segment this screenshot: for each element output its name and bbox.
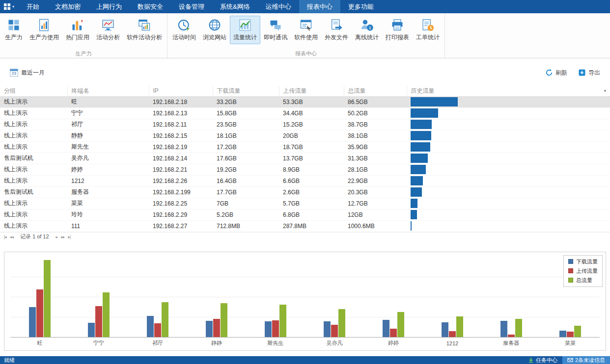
bar-total [103, 292, 110, 337]
ribbon-button-label: 工单统计 [416, 33, 440, 42]
app-logo-grid-icon [3, 3, 11, 10]
cell-upload: 18.7GB [279, 141, 344, 153]
table-row[interactable]: 线上演示宁宁192.168.2.1315.8GB34.4GB50.2GB [0, 107, 610, 119]
ribbon-button-outgoing-files[interactable]: 外发文件 [321, 16, 352, 44]
table-row[interactable]: 线上演示菜菜192.168.2.257GB5.7GB12.7GB [0, 198, 610, 209]
bar-upload [154, 323, 161, 337]
history-bar [411, 154, 428, 163]
pager-next-button-2[interactable]: ▸| [67, 234, 71, 239]
ribbon-button-active-time[interactable]: 活动时间 [169, 16, 199, 44]
table-row[interactable]: 线上演示玲玲192.168.2.295.2GB6.8GB12GB [0, 209, 610, 220]
cell-group: 售后测试机 [0, 153, 67, 164]
column-header-terminal[interactable]: 终端名 [67, 86, 149, 96]
cell-ip: 192.168.2.14 [149, 153, 213, 164]
ribbon-group-label: 生产力 [0, 50, 166, 58]
table-row[interactable]: 线上演示婷婷192.168.2.2119.2GB8.9GB28.1GB [0, 164, 610, 175]
menu-item-document-encryption[interactable]: 文档加密 [47, 0, 88, 13]
column-header-total[interactable]: 总流量 [344, 86, 407, 96]
task-center-button[interactable]: 任务中心 [523, 356, 562, 364]
filter-toolbar: 23 最近一月 刷新 导出 [0, 65, 610, 80]
table-row[interactable]: 售后测试机服务器192.168.2.19917.7GB2.6GB20.3GB [0, 186, 610, 198]
bar-upload [213, 319, 220, 337]
bar-total [515, 319, 522, 337]
cell-total: 38.7GB [344, 119, 407, 130]
history-bar [411, 165, 426, 174]
ribbon-button-software-activity-analysis[interactable]: 软件活动分析 [123, 16, 166, 44]
pager-next-button-1[interactable]: ▸▸ [60, 234, 65, 239]
cell-upload: 13.7GB [279, 153, 344, 164]
bar-group [10, 257, 69, 337]
pagination-bar: |◂◂◂ 记录 1 of 12 ▸▸▸▸| [0, 232, 610, 241]
ribbon-button-label: 流量统计 [233, 33, 257, 42]
legend-item-total: 总流量 [568, 277, 598, 284]
menu-item-start[interactable]: 开始 [19, 0, 47, 13]
table-row[interactable]: 售后测试机吴亦凡192.168.2.1417.6GB13.7GB31.3GB [0, 153, 610, 164]
ribbon-button-productivity-usage[interactable]: 生产力使用 [26, 16, 62, 44]
chart-category-label: 服务器 [482, 339, 541, 347]
cell-group: 线上演示 [0, 175, 67, 186]
table-row[interactable]: 线上演示静静192.168.2.1518.1GB20GB38.1GB [0, 130, 610, 141]
ribbon-button-hot-apps[interactable]: 热门应用 [62, 16, 93, 44]
ribbon-button-instant-messaging[interactable]: 即时通讯 [260, 16, 291, 44]
column-menu-arrow-icon[interactable]: ▼ [603, 89, 607, 93]
refresh-button[interactable]: 刷新 [545, 69, 567, 77]
cell-history [407, 130, 610, 141]
ribbon-button-offline-stats[interactable]: i离线统计 [352, 16, 382, 44]
menu-item-system-network[interactable]: 系统&网络 [212, 0, 258, 13]
table-row[interactable]: 线上演示111192.168.2.27712.8MB287.8MB1000.6M… [0, 220, 610, 232]
cell-group: 线上演示 [0, 130, 67, 141]
export-button[interactable]: 导出 [578, 69, 600, 77]
cell-download: 19.2GB [213, 164, 279, 175]
bar-total [44, 260, 51, 337]
cell-ip: 192.168.2.29 [149, 209, 213, 220]
pager-prev-button-0[interactable]: |◂ [3, 234, 7, 239]
cell-ip: 192.168.2.21 [149, 164, 213, 175]
bar-group [69, 257, 128, 337]
chart-category-label: 静静 [187, 339, 246, 347]
cell-history [407, 96, 610, 107]
history-bar [411, 97, 458, 106]
ribbon-button-label: 浏览网站 [203, 33, 226, 42]
cell-download: 33.2GB [213, 96, 279, 107]
ribbon-button-ticket-stats[interactable]: 工单统计 [413, 16, 443, 44]
pager-next-button-0[interactable]: ▸ [55, 234, 59, 239]
ribbon-button-activity-analysis[interactable]: 活动分析 [93, 16, 123, 44]
menu-item-report-center[interactable]: 报表中心 [299, 0, 340, 13]
bar-upload [567, 332, 574, 337]
ribbon-button-print-report[interactable]: 打印报表 [382, 16, 413, 44]
ribbon-button-traffic-stats[interactable]: 流量统计 [230, 16, 260, 44]
table-row[interactable]: 线上演示旺192.168.2.1833.2GB53.3GB86.5GB [0, 96, 610, 107]
column-header-upload[interactable]: 上传流量 [279, 86, 344, 96]
cell-download: 17.7GB [213, 186, 279, 198]
cell-total: 12GB [344, 209, 407, 220]
app-menu-button[interactable]: ▾ [0, 0, 19, 13]
menu-item-ops-center[interactable]: 运维中心 [258, 0, 299, 13]
pager-prev-button-1[interactable]: ◂◂ [9, 234, 14, 239]
menu-item-more-features[interactable]: 更多功能 [340, 0, 382, 13]
column-header-group[interactable]: 分组 [0, 86, 67, 96]
cell-terminal: 玲玲 [67, 209, 149, 220]
table-row[interactable]: 线上演示1212192.168.2.2616.4GB6.6GB22.9GB [0, 175, 610, 186]
ribbon-button-productivity[interactable]: 生产力 [1, 16, 26, 44]
ribbon-button-label: 外发文件 [325, 33, 348, 42]
date-range-filter[interactable]: 23 最近一月 [10, 69, 45, 77]
column-header-download[interactable]: 下载流量 [213, 86, 279, 96]
unread-messages-button[interactable]: 2条未读信息 [562, 356, 610, 364]
table-row[interactable]: 线上演示斯先生192.168.2.1917.2GB18.7GB35.9GB [0, 141, 610, 153]
ribbon-button-browse-websites[interactable]: 浏览网站 [199, 16, 230, 44]
status-bar: 就绪 任务中心 2条未读信息 [0, 356, 610, 364]
menu-item-web-behavior[interactable]: 上网行为 [88, 0, 130, 13]
software-window-icon [299, 18, 313, 32]
bar-download [383, 320, 389, 337]
menu-item-data-security[interactable]: 数据安全 [130, 0, 171, 13]
menu-item-device-management[interactable]: 设备管理 [171, 0, 212, 13]
ribbon-button-software-usage[interactable]: 软件使用 [291, 16, 321, 44]
bar-group [423, 257, 482, 337]
cell-download: 18.1GB [213, 130, 279, 141]
refresh-icon [545, 69, 553, 77]
table-row[interactable]: 线上演示祁厅192.168.2.1123.5GB15.2GB38.7GB [0, 119, 610, 130]
history-bar [411, 142, 430, 152]
column-header-history[interactable]: 历史流量▼ [407, 86, 610, 96]
column-header-ip[interactable]: IP [149, 86, 213, 96]
cell-upload: 8.9GB [279, 164, 344, 175]
